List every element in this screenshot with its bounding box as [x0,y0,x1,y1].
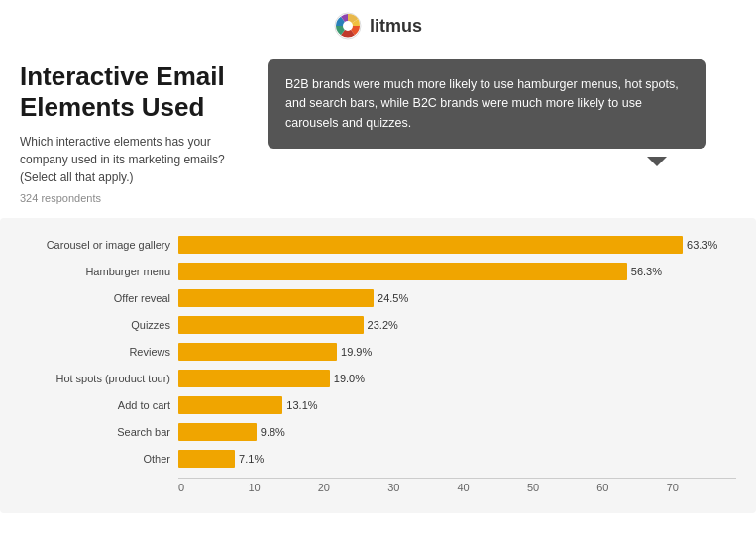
bar-label: Other [20,453,178,465]
bar-row: Search bar9.8% [20,421,736,443]
bar-value: 23.2% [368,319,398,331]
header: litmus [0,0,756,48]
x-axis-label: 40 [458,482,527,493]
bar-row: Hot spots (product tour)19.0% [20,368,736,389]
bar-track: 13.1% [178,396,736,414]
bar-row: Quizzes23.2% [20,314,736,336]
bar-track: 63.3% [178,236,736,254]
respondents: 324 respondents [20,192,248,204]
chart-container: Carousel or image gallery63.3%Hamburger … [0,218,756,513]
bar-value: 56.3% [631,266,662,277]
bar-fill [178,289,374,307]
x-axis-label: 70 [667,482,736,493]
x-axis-label: 30 [387,482,457,493]
subtitle: Which interactive elements has your comp… [20,133,248,186]
bar-fill [178,370,330,387]
bar-value: 13.1% [286,399,317,411]
bar-value: 63.3% [687,239,717,251]
litmus-logo-icon [334,12,362,40]
bar-fill [178,450,235,468]
x-axis-label: 10 [248,482,317,493]
x-axis-label: 20 [318,482,387,493]
bar-fill [178,316,364,334]
svg-point-1 [343,21,353,31]
page-title: Interactive Email Elements Used [20,61,248,123]
bar-row: Offer reveal24.5% [20,287,736,309]
bar-label: Offer reveal [20,292,178,304]
bar-row: Add to cart13.1% [20,394,736,416]
header-row: Interactive Email Elements Used Which in… [0,48,756,204]
bar-fill [178,343,337,361]
bar-value: 9.8% [261,426,285,438]
x-axis-label: 60 [596,482,666,493]
x-axis-label: 0 [178,482,248,493]
bar-value: 7.1% [239,453,264,465]
bar-track: 24.5% [178,289,736,307]
bar-fill [178,396,282,414]
bar-fill [178,263,627,280]
bar-track: 56.3% [178,263,736,280]
bar-label: Add to cart [20,399,178,411]
x-labels: 010203040506070 [178,478,736,493]
bar-label: Hot spots (product tour) [20,373,178,384]
x-axis: 010203040506070 [178,478,736,493]
bar-row: Reviews19.9% [20,341,736,363]
bar-track: 19.9% [178,343,736,361]
callout-box: B2B brands were much more likely to use … [268,59,706,149]
bar-label: Quizzes [20,319,178,331]
bar-track: 9.8% [178,423,736,441]
bar-value: 19.9% [341,346,372,358]
bar-row: Carousel or image gallery63.3% [20,234,736,256]
x-axis-label: 50 [527,482,596,493]
bar-track: 23.2% [178,316,736,334]
bar-fill [178,236,683,254]
x-axis-line [178,478,736,479]
bar-track: 19.0% [178,370,736,387]
bar-row: Hamburger menu56.3% [20,261,736,282]
bar-label: Hamburger menu [20,266,178,277]
bar-row: Other7.1% [20,448,736,470]
bar-track: 7.1% [178,450,736,468]
bar-value: 19.0% [334,373,365,384]
bar-fill [178,423,257,441]
bar-label: Search bar [20,426,178,438]
bar-chart: Carousel or image gallery63.3%Hamburger … [20,234,736,470]
bar-value: 24.5% [378,292,408,304]
bar-label: Carousel or image gallery [20,239,178,251]
left-panel: Interactive Email Elements Used Which in… [20,52,248,204]
bar-label: Reviews [20,346,178,358]
logo-text: litmus [370,16,422,37]
callout-text: B2B brands were much more likely to use … [285,77,679,130]
